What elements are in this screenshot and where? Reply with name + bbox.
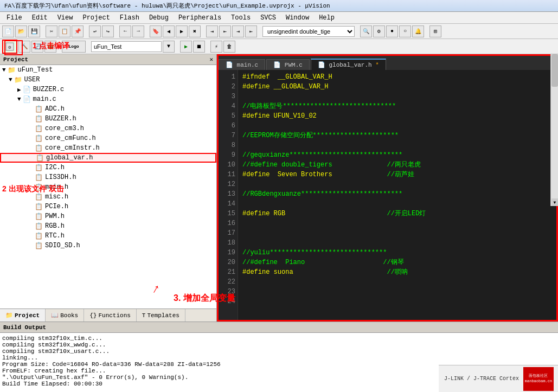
indent-btn[interactable]: ⇥: [206, 25, 218, 37]
bookmark-btn[interactable]: 🔖: [150, 25, 162, 37]
run-btn[interactable]: ▶: [180, 41, 192, 53]
tree-label: global_var.h: [46, 154, 93, 162]
unindent-btn[interactable]: ⇤: [219, 25, 231, 37]
tree-item-pcieh[interactable]: 📋 PCIe.h: [0, 202, 216, 211]
tree-label: main.h: [45, 183, 68, 191]
mainc-tab-label: main.c: [237, 62, 259, 68]
tree-item-i2ch[interactable]: 📋 I2C.h: [0, 163, 216, 172]
sep11: [176, 41, 179, 53]
build-btn[interactable]: 🔨: [18, 41, 30, 53]
tree-item-misch[interactable]: 📋 misc.h: [0, 192, 216, 202]
tree-item-buzzerc[interactable]: ▶ 📄 BUZZER.c: [0, 85, 216, 94]
circle-btn1[interactable]: ●: [386, 25, 398, 37]
tree-item-user[interactable]: ▼ 📁 USER: [0, 75, 216, 85]
file-icon: 📄: [23, 95, 31, 104]
target-options-btn[interactable]: ▼: [163, 41, 175, 53]
bell-btn[interactable]: 🔔: [412, 25, 424, 37]
menu-edit[interactable]: Edit: [28, 13, 52, 23]
target-dropdown[interactable]: unsignedint double_tige: [262, 26, 355, 37]
grid-btn[interactable]: ⊞: [429, 25, 441, 37]
rebuild-btn[interactable]: 🔄: [31, 41, 43, 53]
tree-label: uFun_Test: [18, 66, 53, 74]
tree-item-pwmh[interactable]: 📋 PWM.h: [0, 211, 216, 221]
functions-tab-icon: {}: [89, 312, 97, 319]
menu-debug[interactable]: Debug: [145, 13, 173, 23]
editor-tabs: 📄 main.c 📄 PWM.c 📄 global_var.h *: [219, 56, 556, 70]
menu-file[interactable]: File: [2, 13, 27, 23]
tree-item-corecmfunch[interactable]: 📋 core_cmFunc.h: [0, 133, 216, 143]
target-input[interactable]: [91, 41, 162, 52]
tree-item-ufuntest[interactable]: ▼ 📁 uFun_Test: [0, 65, 216, 75]
open-btn[interactable]: 📂: [15, 25, 27, 37]
scroll-down-btn[interactable]: ▼: [551, 198, 558, 206]
statusbar: J-LINK / J-TRACE Cortex 面包板社区manbaobam.c…: [439, 365, 558, 392]
close-icon[interactable]: ✕: [209, 56, 213, 63]
tree-item-coreinstrh[interactable]: 📋 core_cmInstr.h: [0, 143, 216, 153]
tab-globalvarh[interactable]: 📄 global_var.h *: [311, 59, 386, 70]
save-btn[interactable]: 💾: [28, 25, 40, 37]
circle-btn2[interactable]: ○: [399, 25, 411, 37]
bookmark-clear-btn[interactable]: ✖: [189, 25, 201, 37]
menu-project[interactable]: Project: [78, 13, 114, 23]
flash-btn[interactable]: ⚡: [210, 41, 222, 53]
undo-btn[interactable]: ↩: [89, 25, 101, 37]
tree-label: I2C.h: [45, 164, 65, 171]
bookmark-next-btn[interactable]: ▶: [176, 25, 188, 37]
tree-item-globalvarh[interactable]: 📋 global_var.h: [0, 153, 216, 163]
sep4: [145, 25, 149, 37]
menu-svcs[interactable]: SVCS: [256, 13, 280, 23]
gear-btn[interactable]: ⚙: [373, 25, 385, 37]
menu-help[interactable]: Help: [315, 13, 339, 23]
tree-item-adch[interactable]: 📋 ADC.h: [0, 104, 216, 114]
menu-flash[interactable]: Flash: [116, 13, 144, 23]
tree-item-rtch[interactable]: 📋 RTC.h: [0, 231, 216, 241]
folder-icon: 📁: [14, 76, 22, 84]
menu-peripherals[interactable]: Peripherals: [174, 13, 226, 23]
tree-item-mainc[interactable]: ▼ 📄 main.c: [0, 94, 216, 104]
tree-item-buzzerh[interactable]: 📋 BUZZER.h: [0, 114, 216, 124]
mainc-tab-icon: 📄: [226, 62, 237, 68]
tab-pwmc[interactable]: 📄 PWM.c: [266, 59, 310, 70]
tree-scroll-thumb[interactable]: [551, 54, 558, 87]
tab-mainc[interactable]: 📄 main.c: [219, 59, 265, 70]
tree-item-sdiosdh[interactable]: 📋 SDIO_SD.h: [0, 241, 216, 250]
code-area[interactable]: 1 2 3 4 5 6 7 8 9 10 11 12 13 14 15 16 1: [219, 70, 556, 320]
indent2-btn[interactable]: ⇥: [232, 25, 244, 37]
redo-btn[interactable]: ↪: [102, 25, 114, 37]
output-line: compiling stm32f10x_usart.c...: [2, 348, 556, 355]
tree-item-lis3dhh[interactable]: 📋 LIS3DH.h: [0, 172, 216, 182]
project-tab-icon: 📁: [5, 312, 13, 319]
unindent2-btn[interactable]: ⇤: [245, 25, 257, 37]
tab-templates[interactable]: T Templates: [137, 309, 185, 322]
tab-functions[interactable]: {} Functions: [84, 309, 137, 322]
menu-window[interactable]: Window: [281, 13, 313, 23]
project-tab-label: Project: [15, 312, 40, 319]
tab-books[interactable]: 📖 Books: [46, 309, 84, 322]
tree-item-rgbh[interactable]: 📋 RGB.h: [0, 221, 216, 231]
menu-tools[interactable]: Tools: [227, 13, 255, 23]
erase-btn[interactable]: 🗑: [223, 41, 235, 53]
compile-btn[interactable]: ⚙: [2, 40, 17, 54]
batch-btn[interactable]: 📦: [44, 41, 56, 53]
nav-fwd-btn[interactable]: →: [132, 25, 144, 37]
nav-back-btn[interactable]: ←: [119, 25, 131, 37]
project-title: Project: [3, 56, 28, 63]
tab-project[interactable]: 📁 Project: [0, 309, 46, 322]
new-file-btn[interactable]: 📄: [2, 25, 14, 37]
tree-item-mainh[interactable]: 📋 main.h: [0, 182, 216, 192]
tree-label: USER: [24, 76, 40, 83]
paste-btn[interactable]: 📌: [72, 25, 84, 37]
line-numbers: 1 2 3 4 5 6 7 8 9 10 11 12 13 14 15 16 1: [219, 70, 238, 320]
code-content[interactable]: #ifndef __GLOBAL_VAR_H #define __GLOBAL_…: [238, 70, 556, 320]
stop-btn[interactable]: ⏹: [193, 41, 205, 53]
logo-btn[interactable]: Logo: [62, 41, 86, 53]
header-icon: 📋: [35, 125, 43, 133]
tree-item-corecm3h[interactable]: 📋 core_cm3.h: [0, 124, 216, 133]
search-btn[interactable]: 🔍: [360, 25, 372, 37]
bookmark-prev-btn[interactable]: ◀: [163, 25, 175, 37]
editor-panel: 📄 main.c 📄 PWM.c 📄 global_var.h * 1 2: [217, 54, 558, 322]
cut-btn[interactable]: ✂: [46, 25, 57, 37]
menu-view[interactable]: View: [53, 13, 78, 23]
copy-btn[interactable]: 📋: [59, 25, 70, 37]
tree-scrollbar[interactable]: ▼: [550, 54, 558, 206]
